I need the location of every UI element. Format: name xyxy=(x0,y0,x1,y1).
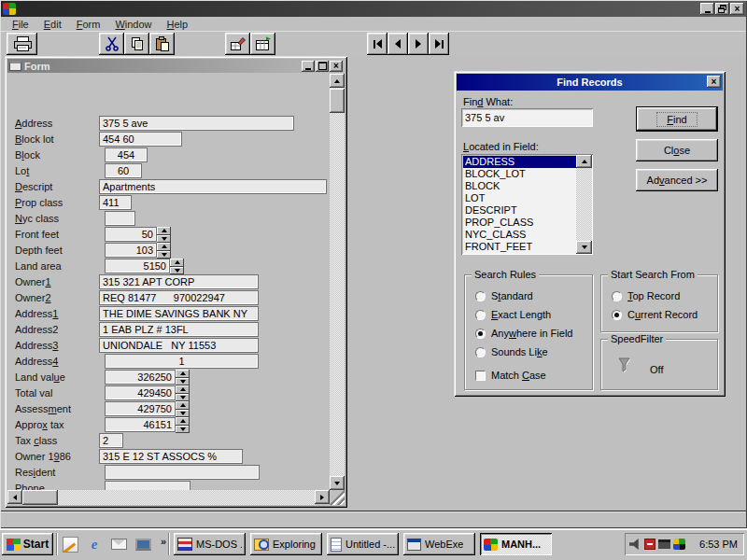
scrollbar-track[interactable] xyxy=(330,88,345,476)
start-button[interactable]: Start xyxy=(2,533,53,555)
paste-button[interactable] xyxy=(149,33,175,55)
field-input-owner-1986[interactable]: 315 E 12 ST ASSOCS % xyxy=(99,449,243,464)
list-item-block[interactable]: BLOCK xyxy=(463,180,576,192)
data-grid-button[interactable] xyxy=(250,33,275,55)
last-record-button[interactable] xyxy=(429,33,449,55)
radio-anywhere-in-field[interactable]: Anywhere in Field xyxy=(475,324,588,343)
form-close-button[interactable]: × xyxy=(330,61,343,72)
field-input-land-value[interactable]: 326250 xyxy=(105,370,176,385)
menu-window[interactable]: Window xyxy=(107,18,159,31)
field-input-owner2[interactable]: REQ 81477 970022947 xyxy=(99,290,259,305)
volume-icon[interactable] xyxy=(629,539,641,550)
scroll-right-button[interactable] xyxy=(315,490,330,504)
spin-up-land-value[interactable] xyxy=(176,370,190,378)
task-button-webexe[interactable]: WebExe xyxy=(403,533,475,555)
spin-down-approx-tax[interactable] xyxy=(176,426,190,434)
advanced-button[interactable]: Advanced >> xyxy=(636,169,718,191)
next-record-button[interactable] xyxy=(408,33,429,55)
horizontal-scrollbar-thumb[interactable] xyxy=(22,490,58,505)
spin-up-assessment[interactable] xyxy=(176,401,190,410)
spin-down-land-value[interactable] xyxy=(176,378,190,386)
list-item-front-feet[interactable]: FRONT_FEET xyxy=(463,241,576,253)
radio-top-record[interactable]: Top Record xyxy=(612,287,713,305)
field-input-depth-feet[interactable]: 103 xyxy=(105,243,157,258)
spin-down-total-val[interactable] xyxy=(176,394,190,402)
field-input-approx-tax[interactable]: 46151 xyxy=(105,417,176,432)
dialog-close-button[interactable]: × xyxy=(707,76,721,88)
list-item-address[interactable]: ADDRESS xyxy=(463,156,576,168)
list-item-nyc-class[interactable]: NYC_CLASS xyxy=(463,229,576,241)
field-input-nyc-class[interactable] xyxy=(105,211,135,226)
form-design-button[interactable] xyxy=(225,33,250,55)
first-record-button[interactable] xyxy=(367,33,388,55)
spin-down-front-feet[interactable] xyxy=(157,235,171,244)
radio-standard[interactable]: Standard xyxy=(475,287,588,305)
menu-help[interactable]: Help xyxy=(160,18,196,31)
radio-sounds-like[interactable]: Sounds Like xyxy=(475,343,588,361)
task-button-untitled[interactable]: Untitled -... xyxy=(327,533,399,555)
spin-up-total-val[interactable] xyxy=(176,385,190,394)
checkbox-match-case[interactable]: Match Case xyxy=(475,366,546,385)
field-input-front-feet[interactable]: 50 xyxy=(105,227,157,242)
task-button-ms-dos[interactable]: MS-DOS ... xyxy=(174,533,246,555)
menu-edit[interactable]: Edit xyxy=(36,18,69,31)
scroll-left-button[interactable] xyxy=(7,490,22,504)
field-input-address[interactable]: 375 5 ave xyxy=(99,116,294,131)
spin-down-land-area[interactable] xyxy=(170,267,184,275)
cut-button[interactable] xyxy=(99,33,124,55)
spin-down-assessment[interactable] xyxy=(176,410,190,418)
scroll-up-button[interactable] xyxy=(576,155,592,168)
antivirus-icon[interactable] xyxy=(644,539,655,550)
quick-launch-mail-button[interactable] xyxy=(108,534,129,554)
spin-up-approx-tax[interactable] xyxy=(176,417,190,426)
display-icon[interactable] xyxy=(673,539,685,550)
form-minimize-button[interactable] xyxy=(302,61,315,72)
field-input-block[interactable]: 454 xyxy=(105,147,148,162)
field-input-total-val[interactable]: 429450 xyxy=(105,385,176,400)
task-button-exploring[interactable]: Exploring ... xyxy=(250,533,322,555)
list-item-prop-class[interactable]: PROP_CLASS xyxy=(463,217,576,229)
list-item-lot[interactable]: LOT xyxy=(463,192,576,204)
restore-button[interactable] xyxy=(715,3,729,15)
field-input-resident[interactable] xyxy=(105,465,260,480)
scrollbar-track[interactable] xyxy=(22,490,315,505)
menu-form[interactable]: Form xyxy=(69,18,108,31)
quick-launch-desktop-button[interactable] xyxy=(133,534,153,554)
scroll-down-button[interactable] xyxy=(330,476,345,490)
spin-up-land-area[interactable] xyxy=(170,259,184,267)
field-input-address2[interactable]: 1 EAB PLZ # 13FL xyxy=(99,322,259,337)
spin-up-depth-feet[interactable] xyxy=(157,243,171,251)
field-input-land-area[interactable]: 5150 xyxy=(105,259,170,273)
find-button[interactable]: Find xyxy=(636,106,718,132)
form-maximize-button[interactable] xyxy=(316,61,329,72)
resize-grip[interactable] xyxy=(330,490,345,505)
field-input-address4[interactable]: 1 xyxy=(105,354,259,369)
close-dialog-button[interactable]: Close xyxy=(636,139,718,161)
field-input-tax-class[interactable]: 2 xyxy=(99,433,123,448)
menu-file[interactable]: File xyxy=(5,18,36,31)
field-input-lot[interactable]: 60 xyxy=(105,163,142,178)
scroll-down-button[interactable] xyxy=(576,241,592,254)
quick-launch-internet-explorer-button[interactable]: e xyxy=(84,534,105,554)
copy-button[interactable] xyxy=(124,33,149,55)
field-input-assessment[interactable]: 429750 xyxy=(105,401,176,416)
field-input-address1[interactable]: THE DIME SAVINGS BANK NY xyxy=(99,306,259,321)
radio-current-record[interactable]: Current Record xyxy=(612,305,713,324)
minimize-button[interactable] xyxy=(700,3,714,15)
print-button[interactable] xyxy=(7,33,37,55)
scrollbar-track[interactable] xyxy=(576,168,592,241)
list-item-block-lot[interactable]: BLOCK_LOT xyxy=(463,168,576,180)
list-item-descript[interactable]: DESCRIPT xyxy=(463,204,576,217)
scroll-up-button[interactable] xyxy=(330,74,345,88)
task-button-manh[interactable]: MANH... xyxy=(480,533,552,555)
field-input-owner1[interactable]: 315 321 APT CORP xyxy=(99,274,259,289)
previous-record-button[interactable] xyxy=(388,33,408,55)
find-what-input[interactable] xyxy=(461,108,593,127)
spin-up-front-feet[interactable] xyxy=(157,227,171,235)
field-input-block-lot[interactable]: 454 60 xyxy=(99,132,182,147)
spin-down-depth-feet[interactable] xyxy=(157,251,171,259)
radio-exact-length[interactable]: Exact Length xyxy=(475,305,588,324)
printer-status-icon[interactable] xyxy=(658,539,670,549)
field-input-descript[interactable]: Apartments xyxy=(99,179,327,194)
vertical-scrollbar-thumb[interactable] xyxy=(330,89,345,113)
